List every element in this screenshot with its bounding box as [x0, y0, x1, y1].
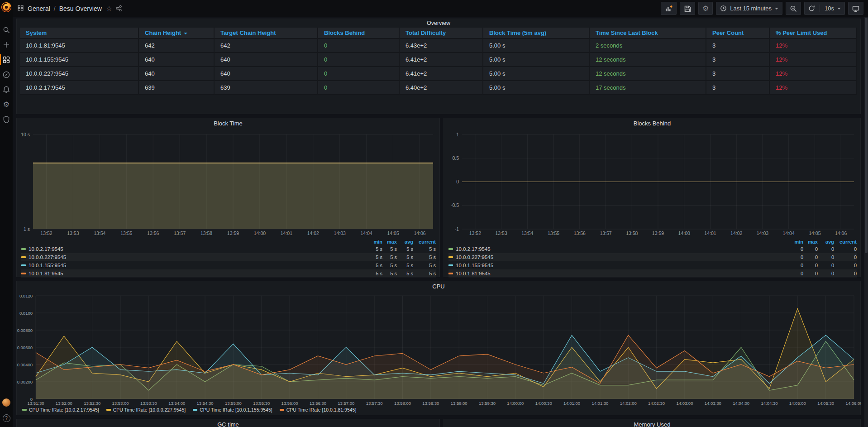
legend-series-label[interactable]: CPU Time IRate [10.0.1.81:9545] — [280, 407, 357, 413]
zoom-out-button[interactable] — [786, 2, 801, 15]
svg-text:13:55: 13:55 — [120, 230, 132, 236]
cycle-view-button[interactable] — [848, 2, 863, 15]
panel-title[interactable]: CPU — [17, 281, 860, 292]
legend-series-label[interactable]: 10.0.2.17:9545 — [21, 246, 364, 252]
column-header[interactable]: Time Since Last Block — [590, 28, 706, 39]
panel-title[interactable]: Memory Used — [444, 419, 860, 427]
star-icon[interactable]: ☆ — [106, 5, 112, 12]
legend-series-label[interactable]: 10.0.1.155:9545 — [448, 263, 785, 268]
svg-text:14:01: 14:01 — [281, 230, 292, 236]
gear-icon[interactable]: ⚙ — [0, 100, 13, 109]
overview-panel: Overview SystemChain HeightTarget Chain … — [16, 19, 861, 114]
compass-icon[interactable] — [0, 70, 13, 79]
panel-title[interactable]: Overview — [17, 19, 860, 27]
legend-stat-value: 0 — [834, 263, 857, 268]
svg-text:13:54: 13:54 — [94, 230, 105, 236]
table-cell: 6.43e+2 — [400, 39, 483, 53]
legend-stat-column[interactable]: avg — [818, 239, 834, 245]
svg-text:13:53:30: 13:53:30 — [140, 401, 157, 406]
column-header[interactable]: Peer Count — [706, 28, 770, 39]
block-time-chart[interactable]: 13:5213:5313:5413:5513:5613:5713:5813:59… — [17, 129, 440, 238]
legend-series-label[interactable]: 10.0.1.155:9545 — [21, 263, 364, 268]
legend-stat-value: 0 — [803, 263, 818, 268]
dashboard-title[interactable]: Besu Overview — [59, 5, 102, 12]
bell-icon[interactable] — [0, 85, 13, 94]
plus-icon[interactable] — [0, 40, 13, 49]
column-header[interactable]: System — [20, 28, 139, 39]
svg-text:13:56:30: 13:56:30 — [310, 401, 326, 406]
svg-text:13:54: 13:54 — [521, 230, 533, 236]
column-header[interactable]: Chain Height — [139, 28, 215, 39]
column-header[interactable]: Total Difficulty — [400, 28, 483, 39]
table-cell: 3 — [706, 67, 770, 81]
table-cell: 640 — [139, 53, 215, 67]
svg-text:14:04:00: 14:04:00 — [733, 401, 749, 406]
table-cell: 17 seconds — [590, 81, 706, 95]
legend-stat-value: 0 — [803, 254, 818, 260]
svg-text:13:57: 13:57 — [600, 230, 611, 236]
legend-series-label[interactable]: CPU Time IRate [10.0.1.155:9545] — [193, 407, 272, 413]
column-header[interactable]: % Peer Limit Used — [770, 28, 857, 39]
table-cell: 3 — [706, 39, 770, 53]
svg-text:13:54:00: 13:54:00 — [168, 401, 185, 406]
block-time-panel: Block Time 13:5213:5313:5413:5513:5613:5… — [16, 118, 440, 277]
table-cell: 640 — [139, 67, 215, 81]
legend-series-label[interactable]: 10.0.0.227:9545 — [448, 254, 785, 260]
svg-text:14:03:00: 14:03:00 — [676, 401, 693, 406]
svg-text:14:02: 14:02 — [730, 230, 742, 236]
svg-text:0.00400: 0.00400 — [17, 362, 33, 367]
share-icon[interactable] — [115, 5, 122, 12]
table-row: 10.0.2.17:954563963906.40e+25.00 s17 sec… — [20, 81, 857, 95]
legend-swatch — [106, 409, 111, 411]
sidebar-bottom: ? — [0, 398, 13, 427]
dashboards-grid-icon[interactable] — [0, 55, 13, 64]
column-header[interactable]: Target Chain Height — [215, 28, 318, 39]
cpu-panel: CPU 13:51:3013:52:0013:52:3013:53:0013:5… — [16, 281, 861, 415]
legend-series-label[interactable]: 10.0.2.17:9545 — [448, 246, 785, 252]
save-icon[interactable] — [680, 2, 695, 15]
legend-series-label[interactable]: 10.0.1.81:9545 — [448, 271, 785, 276]
svg-text:13:57:00: 13:57:00 — [338, 401, 354, 406]
grafana-logo[interactable] — [1, 2, 12, 13]
svg-text:14:04: 14:04 — [361, 230, 372, 236]
svg-text:13:53: 13:53 — [67, 230, 79, 236]
search-icon[interactable] — [0, 25, 13, 34]
shield-icon[interactable] — [0, 115, 13, 124]
legend-stat-column[interactable]: current — [413, 239, 436, 245]
legend-stat-column[interactable]: avg — [397, 239, 413, 245]
panel-title[interactable]: GC time — [17, 419, 439, 427]
avatar[interactable] — [0, 398, 13, 407]
add-panel-button[interactable] — [661, 2, 677, 15]
legend-stat-value: 0 — [818, 271, 834, 276]
breadcrumb-folder[interactable]: General — [28, 5, 50, 12]
panel-title[interactable]: Blocks Behind — [444, 118, 860, 129]
legend-stat-column[interactable]: current — [834, 239, 857, 245]
scrollbar[interactable] — [864, 17, 868, 427]
cpu-chart[interactable]: 13:51:3013:52:0013:52:3013:53:0013:53:30… — [17, 292, 861, 407]
legend-stat-column[interactable]: min — [364, 239, 382, 245]
column-header[interactable]: Blocks Behind — [318, 28, 400, 39]
panel-title[interactable]: Block Time — [17, 118, 439, 129]
question-circle-icon[interactable]: ? — [0, 413, 13, 422]
legend-stat-value: 5 s — [382, 246, 397, 252]
table-cell: 6.40e+2 — [400, 81, 483, 95]
legend-series-label[interactable]: 10.0.0.227:9545 — [21, 254, 364, 260]
legend-series-label[interactable]: CPU Time IRate [10.0.2.17:9545] — [22, 407, 99, 413]
legend-stat-value: 5 s — [397, 263, 413, 268]
legend-row: 10.0.2.17:95450000 — [448, 245, 857, 253]
scrollbar-thumb[interactable] — [865, 18, 868, 253]
svg-text:14:00:30: 14:00:30 — [535, 401, 552, 406]
blocks-behind-chart[interactable]: 13:5213:5313:5413:5513:5613:5713:5813:59… — [444, 129, 861, 238]
table-cell: 12% — [770, 53, 857, 67]
legend-stat-value: 0 — [834, 246, 857, 252]
settings-gear-icon[interactable]: ⚙ — [698, 2, 713, 15]
legend-series-label[interactable]: CPU Time IRate [10.0.0.227:9545] — [106, 407, 186, 413]
legend-stat-column[interactable]: max — [382, 239, 397, 245]
refresh-button[interactable]: 10s — [804, 2, 845, 15]
column-header[interactable]: Block Time (5m avg) — [483, 28, 590, 39]
time-range-picker[interactable]: Last 15 minutes — [716, 2, 782, 15]
legend-stat-column[interactable]: min — [785, 239, 803, 245]
legend-stat-column[interactable]: max — [803, 239, 818, 245]
legend-series-label[interactable]: 10.0.1.81:9545 — [21, 271, 364, 276]
svg-text:13:51:30: 13:51:30 — [28, 401, 44, 406]
